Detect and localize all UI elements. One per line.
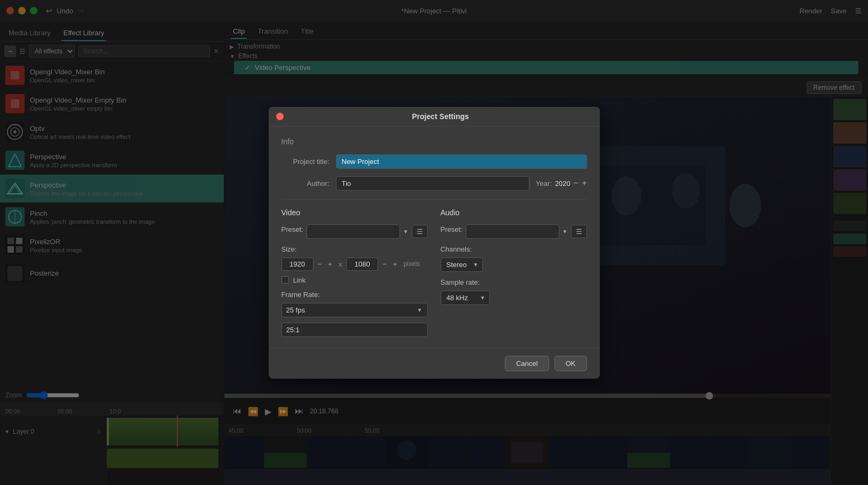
audio-preset-label: Preset: (441, 225, 463, 233)
size-x-label: x (339, 260, 342, 268)
pixels-label: pixels (403, 260, 420, 268)
width-decrement-button[interactable]: − (316, 259, 324, 269)
samplerate-row: Sample rate: 48 kHz 44.1 kHz ▼ (441, 278, 587, 305)
audio-preset-select[interactable] (466, 224, 559, 239)
video-preset-select[interactable] (307, 224, 400, 239)
size-row: − + x − + pixels (281, 257, 428, 271)
ok-button[interactable]: OK (554, 356, 587, 371)
audio-preset-menu-button[interactable]: ☰ (571, 225, 587, 238)
video-column: Video Preset: ▼ ☰ Size: − + x (281, 208, 428, 337)
year-label: Year: (536, 179, 552, 187)
height-decrement-button[interactable]: − (380, 259, 389, 269)
modal-footer: Cancel OK (269, 348, 600, 379)
modal-title: Project Settings (289, 112, 592, 121)
cancel-button[interactable]: Cancel (505, 356, 549, 371)
author-row: Author: Year: 2020 − + (281, 176, 587, 191)
framerate-arrow-icon: ▼ (417, 307, 423, 313)
year-decrement-button[interactable]: − (574, 178, 578, 188)
section-divider (281, 199, 587, 200)
modal-close-button[interactable] (276, 113, 284, 120)
project-settings-modal: Project Settings Info Project title: Aut… (269, 107, 600, 379)
link-row: Link (281, 276, 428, 284)
width-input[interactable] (281, 257, 314, 271)
modal-overlay: Project Settings Info Project title: Aut… (0, 0, 868, 485)
channels-label: Channels: (441, 245, 587, 253)
audio-dropdown-arrow-icon: ▼ (562, 229, 568, 234)
channels-select[interactable]: Stereo Mono (441, 257, 483, 272)
framerate-select[interactable]: 25 fps (281, 303, 428, 317)
video-audio-section: Video Preset: ▼ ☰ Size: − + x (281, 208, 587, 337)
author-input[interactable] (336, 176, 530, 191)
author-label: Author: (281, 179, 330, 187)
samplerate-label: Sample rate: (441, 278, 587, 286)
framerate-label: Frame Rate: (281, 291, 428, 299)
width-increment-button[interactable]: + (326, 259, 334, 269)
link-checkbox[interactable] (281, 276, 289, 284)
audio-column: Audio Preset: ▼ ☰ Channels: Stereo Mono (441, 208, 587, 337)
link-label: Link (293, 276, 306, 284)
year-increment-button[interactable]: + (582, 178, 587, 188)
video-preset-row: Preset: ▼ ☰ (281, 224, 428, 239)
video-section-title: Video (281, 208, 428, 217)
modal-titlebar: Project Settings (269, 107, 600, 127)
modal-body: Info Project title: Author: Year: 2020 −… (269, 127, 600, 348)
size-label: Size: (281, 245, 428, 253)
framerate-row: 25 fps ▼ (281, 303, 428, 317)
info-section-label: Info (281, 137, 587, 146)
channels-select-wrap: Stereo Mono ▼ (441, 257, 483, 272)
year-group: Year: 2020 − + (536, 178, 587, 188)
dropdown-arrow-icon: ▼ (403, 229, 409, 234)
video-preset-menu-button[interactable]: ☰ (412, 225, 428, 238)
height-input[interactable] (346, 257, 378, 271)
video-size-section: Size: − + x − + pixels (281, 245, 428, 271)
channels-row: Channels: Stereo Mono ▼ (441, 245, 587, 272)
audio-preset-row: Preset: ▼ ☰ (441, 224, 587, 239)
samplerate-select[interactable]: 48 kHz 44.1 kHz (441, 291, 490, 305)
year-value: 2020 (555, 179, 570, 187)
project-title-row: Project title: (281, 154, 587, 169)
audio-section-title: Audio (441, 208, 587, 217)
project-title-label: Project title: (281, 158, 330, 166)
height-increment-button[interactable]: + (391, 259, 400, 269)
framerate-section: Frame Rate: 25 fps ▼ (281, 291, 428, 337)
video-preset-label: Preset: (281, 225, 303, 233)
aspect-ratio-input[interactable] (281, 323, 428, 337)
samplerate-select-wrap: 48 kHz 44.1 kHz ▼ (441, 291, 490, 305)
project-title-input[interactable] (336, 154, 587, 169)
